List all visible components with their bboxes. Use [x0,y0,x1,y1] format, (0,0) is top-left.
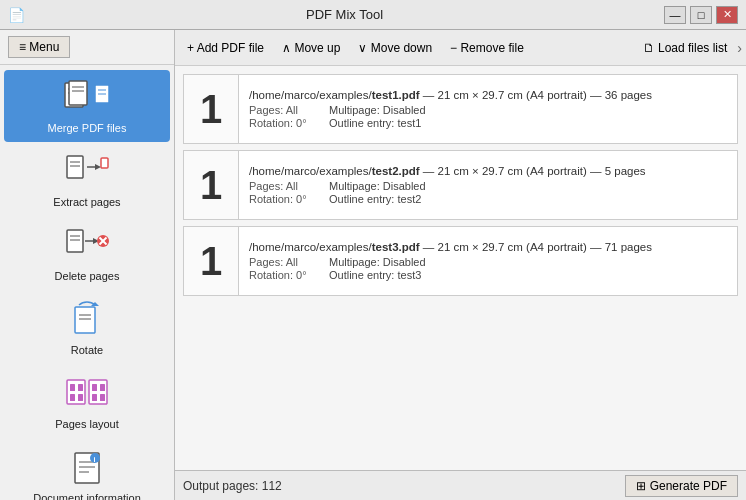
file-list: 1 /home/marco/examples/test1.pdf — 21 cm… [175,66,746,470]
svg-rect-29 [70,384,75,391]
sidebar-item-merge-label: Merge PDF files [48,122,127,134]
rotation-label: Rotation: 0° [249,269,329,281]
path-prefix: /home/marco/examples/ [249,241,372,253]
svg-rect-31 [70,394,75,401]
svg-rect-16 [67,230,83,252]
delete-icon [63,226,111,266]
filename: test3.pdf [372,241,420,253]
file-path: /home/marco/examples/test3.pdf — 21 cm ×… [249,241,727,253]
close-button[interactable]: ✕ [716,6,738,24]
app-icon: 📄 [8,7,25,23]
svg-text:i: i [94,456,96,463]
path-prefix: /home/marco/examples/ [249,165,372,177]
multipage-val: Multipage: Disabled [329,104,727,116]
outline-val: Outline entry: test1 [329,117,727,129]
remove-file-button[interactable]: − Remove file [442,38,532,58]
rotate-icon [63,300,111,340]
file-meta-grid: Pages: All Multipage: Disabled Rotation:… [249,180,727,205]
sidebar-item-layout[interactable]: Pages layout [4,366,170,438]
layout-icon [63,374,111,414]
title-bar-controls: — □ ✕ [664,6,738,24]
load-list-label: Load files list [658,41,727,55]
svg-rect-3 [69,81,87,105]
generate-pdf-button[interactable]: ⊞ Generate PDF [625,475,738,497]
svg-rect-10 [67,156,83,178]
file-meta: — 21 cm × 29.7 cm (A4 portrait) — 36 pag… [420,89,652,101]
sidebar-item-docinfo[interactable]: i Document information [4,440,170,500]
maximize-button[interactable]: □ [690,6,712,24]
main-container: ≡ Menu + [0,30,746,500]
svg-rect-24 [75,307,95,333]
file-info: /home/marco/examples/test2.pdf — 21 cm ×… [239,151,737,219]
merge-icon: + [63,78,111,118]
sidebar-item-rotate[interactable]: Rotate [4,292,170,364]
filename: test1.pdf [372,89,420,101]
svg-rect-34 [92,384,97,391]
file-path: /home/marco/examples/test2.pdf — 21 cm ×… [249,165,727,177]
svg-rect-30 [78,384,83,391]
sidebar: ≡ Menu + [0,30,175,500]
folder-icon: 🗋 [643,41,655,55]
sidebar-item-merge[interactable]: + Merge PDF files [4,70,170,142]
file-page-num: 1 [184,75,239,143]
add-pdf-button[interactable]: + Add PDF file [179,38,272,58]
svg-rect-32 [78,394,83,401]
path-prefix: /home/marco/examples/ [249,89,372,101]
extract-icon [63,152,111,192]
docinfo-icon: i [63,448,111,488]
rotation-label: Rotation: 0° [249,117,329,129]
file-item[interactable]: 1 /home/marco/examples/test3.pdf — 21 cm… [183,226,738,296]
right-arrow-icon: › [737,40,742,56]
app-title: PDF Mix Tool [306,7,383,22]
svg-rect-36 [92,394,97,401]
multipage-val: Multipage: Disabled [329,180,727,192]
filename: test2.pdf [372,165,420,177]
rotation-label: Rotation: 0° [249,193,329,205]
pages-label: Pages: All [249,180,329,192]
file-meta-grid: Pages: All Multipage: Disabled Rotation:… [249,104,727,129]
sidebar-item-delete-label: Delete pages [55,270,120,282]
load-list-button[interactable]: 🗋 Load files list [635,38,735,58]
outline-val: Outline entry: test3 [329,269,727,281]
menu-button[interactable]: ≡ Menu [8,36,70,58]
file-page-num: 1 [184,151,239,219]
sidebar-item-delete[interactable]: Delete pages [4,218,170,290]
bottom-bar: Output pages: 112 ⊞ Generate PDF [175,470,746,500]
file-item[interactable]: 1 /home/marco/examples/test2.pdf — 21 cm… [183,150,738,220]
move-down-button[interactable]: ∨ Move down [350,38,440,58]
move-up-button[interactable]: ∧ Move up [274,38,348,58]
toolbar-right: 🗋 Load files list › [635,38,742,58]
svg-marker-14 [95,164,101,170]
multipage-val: Multipage: Disabled [329,256,727,268]
title-bar-left: 📄 [8,7,25,23]
file-page-num: 1 [184,227,239,295]
sidebar-item-extract-label: Extract pages [53,196,120,208]
file-info: /home/marco/examples/test3.pdf — 21 cm ×… [239,227,737,295]
file-meta-grid: Pages: All Multipage: Disabled Rotation:… [249,256,727,281]
pages-label: Pages: All [249,104,329,116]
svg-rect-37 [100,394,105,401]
sidebar-item-docinfo-label: Document information [33,492,141,500]
svg-rect-15 [101,158,108,168]
pages-label: Pages: All [249,256,329,268]
sidebar-item-rotate-label: Rotate [71,344,103,356]
outline-val: Outline entry: test2 [329,193,727,205]
svg-rect-35 [100,384,105,391]
sidebar-item-layout-label: Pages layout [55,418,119,430]
file-info: /home/marco/examples/test1.pdf — 21 cm ×… [239,75,737,143]
content-area: + Add PDF file ∧ Move up ∨ Move down − R… [175,30,746,500]
output-pages: Output pages: 112 [183,479,282,493]
file-meta: — 21 cm × 29.7 cm (A4 portrait) — 5 page… [420,165,646,177]
toolbar: + Add PDF file ∧ Move up ∨ Move down − R… [175,30,746,66]
file-item[interactable]: 1 /home/marco/examples/test1.pdf — 21 cm… [183,74,738,144]
file-meta: — 21 cm × 29.7 cm (A4 portrait) — 71 pag… [420,241,652,253]
file-path: /home/marco/examples/test1.pdf — 21 cm ×… [249,89,727,101]
title-bar: 📄 PDF Mix Tool — □ ✕ [0,0,746,30]
minimize-button[interactable]: — [664,6,686,24]
menu-bar: ≡ Menu [0,30,174,65]
sidebar-items: + Merge PDF files [0,65,174,500]
sidebar-item-extract[interactable]: Extract pages [4,144,170,216]
